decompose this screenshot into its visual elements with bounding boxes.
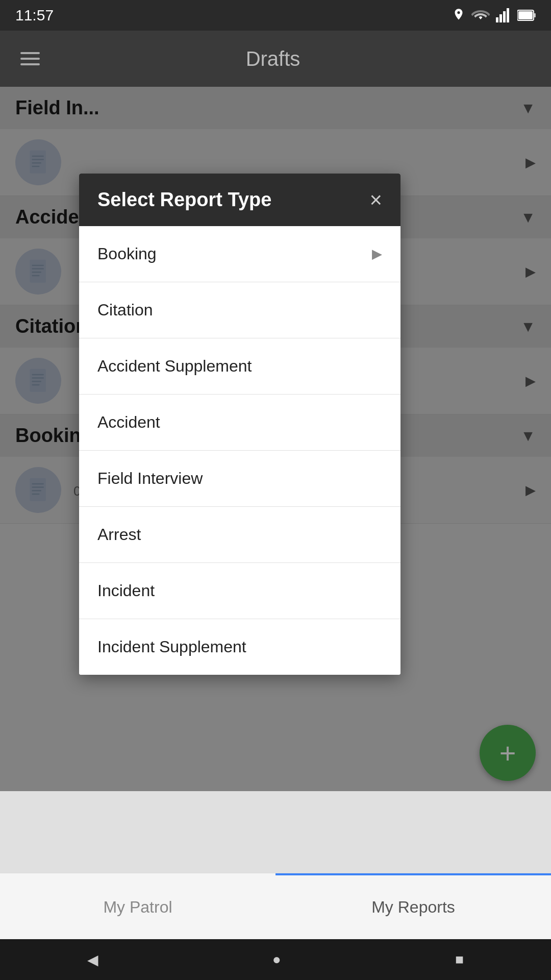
bottom-nav: My Patrol My Reports [0,873,551,939]
modal-title: Select Report Type [97,189,271,211]
report-type-arrest[interactable]: Arrest [79,507,400,563]
report-type-booking-label: Booking [97,244,157,263]
status-bar-left: 11:57 [15,7,54,24]
report-type-accident-label: Accident [97,413,160,432]
select-report-type-modal: Select Report Type × Booking ▶ Citation … [79,174,400,675]
report-type-field-interview-label: Field Interview [97,469,203,488]
report-type-accident-supplement-label: Accident Supplement [97,357,252,376]
report-type-field-interview[interactable]: Field Interview [79,451,400,507]
report-type-incident-supplement-label: Incident Supplement [97,638,246,656]
android-nav-bar: ◀ ● ■ [0,939,551,980]
report-type-citation[interactable]: Citation [79,282,400,338]
svg-rect-1 [499,14,502,22]
back-button[interactable]: ◀ [87,951,98,968]
hamburger-line-1 [20,52,40,54]
report-type-accident-supplement[interactable]: Accident Supplement [79,338,400,395]
hamburger-line-3 [20,63,40,65]
modal-close-button[interactable]: × [369,189,382,211]
recents-button[interactable]: ■ [455,951,464,968]
location-icon [452,8,465,23]
status-bar-right [452,8,536,23]
report-type-booking-arrow: ▶ [372,246,382,262]
modal-body: Booking ▶ Citation Accident Supplement A… [79,226,400,675]
svg-rect-3 [507,8,509,22]
report-type-incident-label: Incident [97,581,155,600]
page-title: Drafts [45,47,501,70]
report-type-incident-supplement[interactable]: Incident Supplement [79,619,400,675]
battery-icon [517,9,536,21]
status-time: 11:57 [15,7,54,24]
report-type-accident[interactable]: Accident [79,395,400,451]
report-type-booking[interactable]: Booking ▶ [79,226,400,282]
tab-my-reports[interactable]: My Reports [276,873,551,939]
svg-rect-5 [534,13,536,17]
main-content: Field In... ▼ ▶ Acciden... ▼ [0,87,551,791]
tab-my-patrol[interactable]: My Patrol [0,873,276,939]
report-type-arrest-label: Arrest [97,525,141,544]
hamburger-line-2 [20,58,40,60]
status-bar: 11:57 [0,0,551,31]
menu-button[interactable] [15,47,45,70]
tab-my-patrol-label: My Patrol [103,898,172,917]
report-type-citation-label: Citation [97,301,153,320]
report-type-incident[interactable]: Incident [79,563,400,619]
signal-icon [496,8,511,22]
wifi-icon [471,8,490,22]
svg-rect-0 [496,17,498,22]
svg-rect-2 [503,11,506,22]
modal-header: Select Report Type × [79,174,400,226]
tab-my-reports-label: My Reports [371,898,455,917]
svg-rect-6 [518,11,533,19]
home-button[interactable]: ● [272,951,281,968]
app-bar: Drafts [0,31,551,87]
